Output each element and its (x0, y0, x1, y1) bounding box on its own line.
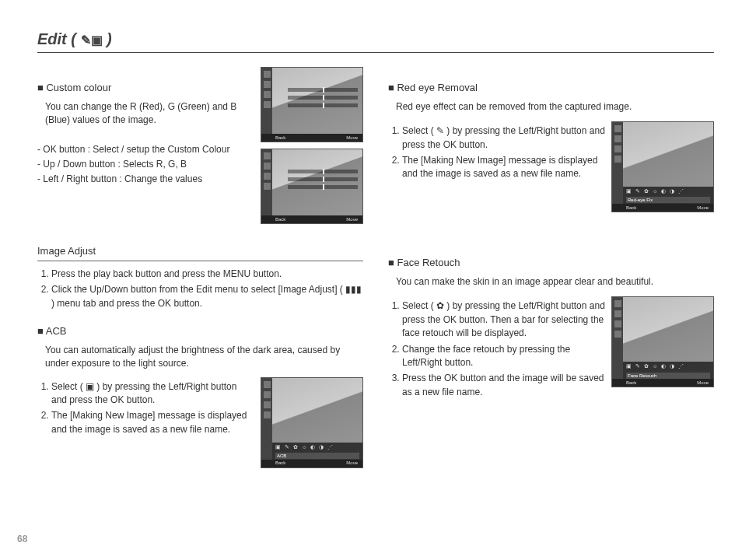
list-item: The [Making New Image] message is displa… (402, 154, 605, 181)
custom-colour-desc: You can change the R (Red), G (Green) an… (45, 100, 254, 128)
custom-colour-thumb-2: BackMove (261, 149, 363, 224)
list-item: Press the play back button and press the… (51, 268, 363, 281)
image-adjust-steps: Press the play back button and press the… (37, 268, 363, 310)
custom-colour-thumb-1: BackMove (261, 67, 363, 142)
acb-heading: ■ ACB (37, 324, 363, 339)
face-retouch-thumb: ▣✎✿☼◐◑⋰ Face Retouch BackMove (611, 296, 714, 387)
acb-overlay-label: ACB (275, 453, 359, 459)
custom-colour-line-1: - OK button : Select / setup the Custom … (37, 143, 254, 156)
acb-steps: Select ( ▣ ) by pressing the Left/Right … (37, 380, 254, 437)
list-item: Select ( ✿ ) by pressing the Left/Right … (402, 299, 605, 340)
title-text-start: Edit ( (37, 30, 81, 47)
custom-colour-line-3: - Left / Right button : Change the value… (37, 173, 254, 186)
list-item: Press the OK button and the image will b… (402, 372, 605, 399)
custom-colour-heading: ■ Custom colour (37, 81, 254, 96)
list-item: Click the Up/Down button from the Edit m… (51, 283, 363, 310)
face-retouch-desc: You can make the skin in an image appear… (396, 275, 714, 289)
acb-thumb: ▣✎✿☼◐◑⋰ ACB BackMove (261, 377, 363, 468)
page-title: Edit ( ✎▣ ) (37, 28, 714, 53)
face-retouch-steps: Select ( ✿ ) by pressing the Left/Right … (388, 299, 605, 399)
redeye-desc: Red eye effect can be removed from the c… (396, 100, 714, 114)
face-retouch-heading: ■ Face Retouch (388, 256, 714, 271)
redeye-heading: ■ Red eye Removal (388, 81, 714, 96)
redeye-overlay-label: Red-eye Fix (626, 197, 710, 203)
acb-desc: You can automatically adjust the brightn… (45, 344, 363, 371)
redeye-steps: Select ( ✎ ) by pressing the Left/Right … (388, 124, 605, 181)
list-item: Select ( ▣ ) by pressing the Left/Right … (51, 380, 254, 408)
list-item: The [Making New Image] message is displa… (51, 409, 254, 436)
face-retouch-overlay-label: Face Retouch (626, 373, 710, 379)
title-text-end: ) (103, 30, 112, 47)
edit-icon: ✎▣ (81, 33, 103, 47)
custom-colour-line-2: - Up / Down button : Selects R, G, B (37, 158, 254, 171)
list-item: Select ( ✎ ) by pressing the Left/Right … (402, 124, 605, 152)
list-item: Change the face retouch by pressing the … (402, 343, 605, 370)
image-adjust-heading: Image Adjust (37, 244, 363, 261)
redeye-thumb: ▣✎✿☼◐◑⋰ Red-eye Fix BackMove (611, 121, 714, 212)
